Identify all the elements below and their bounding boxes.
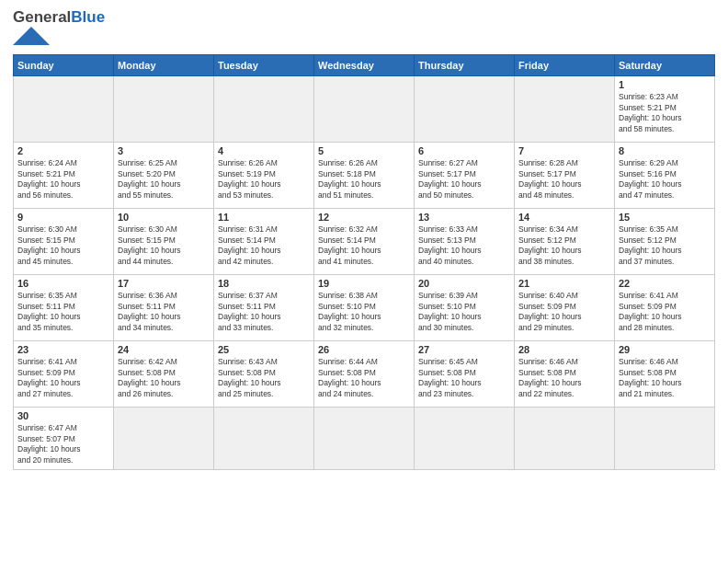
day-number: 9 xyxy=(17,212,109,223)
day-info: Sunrise: 6:31 AM Sunset: 5:14 PM Dayligh… xyxy=(218,224,310,269)
calendar-cell: 12Sunrise: 6:32 AM Sunset: 5:14 PM Dayli… xyxy=(314,208,415,274)
calendar-cell: 14Sunrise: 6:34 AM Sunset: 5:12 PM Dayli… xyxy=(515,208,615,274)
calendar-cell: 16Sunrise: 6:35 AM Sunset: 5:11 PM Dayli… xyxy=(14,274,114,340)
day-header-sunday: Sunday xyxy=(14,54,114,75)
day-number: 16 xyxy=(17,278,109,289)
header-row: SundayMondayTuesdayWednesdayThursdayFrid… xyxy=(14,54,715,75)
day-number: 19 xyxy=(318,278,410,289)
day-info: Sunrise: 6:25 AM Sunset: 5:20 PM Dayligh… xyxy=(118,158,210,202)
calendar-cell: 15Sunrise: 6:35 AM Sunset: 5:12 PM Dayli… xyxy=(615,208,715,274)
day-number: 22 xyxy=(619,278,711,289)
calendar-cell: 29Sunrise: 6:46 AM Sunset: 5:08 PM Dayli… xyxy=(615,340,715,407)
calendar-cell xyxy=(615,407,715,470)
calendar-cell xyxy=(415,75,515,142)
day-number: 3 xyxy=(118,145,210,156)
day-header-monday: Monday xyxy=(114,54,214,75)
day-info: Sunrise: 6:42 AM Sunset: 5:08 PM Dayligh… xyxy=(118,357,210,401)
day-header-tuesday: Tuesday xyxy=(214,54,314,75)
calendar-table: SundayMondayTuesdayWednesdayThursdayFrid… xyxy=(13,54,715,471)
day-number: 1 xyxy=(619,79,711,90)
calendar-cell xyxy=(214,407,314,470)
calendar-cell: 28Sunrise: 6:46 AM Sunset: 5:08 PM Dayli… xyxy=(515,340,615,407)
calendar-cell: 26Sunrise: 6:44 AM Sunset: 5:08 PM Dayli… xyxy=(314,340,415,407)
day-header-friday: Friday xyxy=(515,54,615,75)
calendar-cell xyxy=(114,75,214,142)
calendar-cell: 24Sunrise: 6:42 AM Sunset: 5:08 PM Dayli… xyxy=(114,340,214,407)
calendar-cell: 19Sunrise: 6:38 AM Sunset: 5:10 PM Dayli… xyxy=(314,274,415,340)
calendar-cell: 3Sunrise: 6:25 AM Sunset: 5:20 PM Daylig… xyxy=(114,142,214,208)
day-number: 14 xyxy=(518,212,610,223)
calendar-cell: 11Sunrise: 6:31 AM Sunset: 5:14 PM Dayli… xyxy=(214,208,314,274)
day-info: Sunrise: 6:27 AM Sunset: 5:17 PM Dayligh… xyxy=(418,158,510,202)
header: GeneralBlue xyxy=(13,9,715,49)
calendar-cell xyxy=(214,75,314,142)
calendar-week-4: 16Sunrise: 6:35 AM Sunset: 5:11 PM Dayli… xyxy=(14,274,715,340)
calendar-cell: 8Sunrise: 6:29 AM Sunset: 5:16 PM Daylig… xyxy=(615,142,715,208)
calendar-week-3: 9Sunrise: 6:30 AM Sunset: 5:15 PM Daylig… xyxy=(14,208,715,274)
calendar-cell xyxy=(415,407,515,470)
calendar-cell: 27Sunrise: 6:45 AM Sunset: 5:08 PM Dayli… xyxy=(415,340,515,407)
calendar-cell: 4Sunrise: 6:26 AM Sunset: 5:19 PM Daylig… xyxy=(214,142,314,208)
day-info: Sunrise: 6:32 AM Sunset: 5:14 PM Dayligh… xyxy=(318,224,410,269)
logo-text: GeneralBlue xyxy=(13,9,105,27)
day-number: 23 xyxy=(17,344,109,355)
day-info: Sunrise: 6:46 AM Sunset: 5:08 PM Dayligh… xyxy=(619,357,711,401)
day-info: Sunrise: 6:33 AM Sunset: 5:13 PM Dayligh… xyxy=(418,224,510,269)
day-info: Sunrise: 6:39 AM Sunset: 5:10 PM Dayligh… xyxy=(418,291,510,335)
calendar-cell: 2Sunrise: 6:24 AM Sunset: 5:21 PM Daylig… xyxy=(14,142,114,208)
day-header-saturday: Saturday xyxy=(615,54,715,75)
day-info: Sunrise: 6:36 AM Sunset: 5:11 PM Dayligh… xyxy=(118,291,210,335)
calendar-week-1: 1Sunrise: 6:23 AM Sunset: 5:21 PM Daylig… xyxy=(14,75,715,142)
calendar-cell: 18Sunrise: 6:37 AM Sunset: 5:11 PM Dayli… xyxy=(214,274,314,340)
day-info: Sunrise: 6:43 AM Sunset: 5:08 PM Dayligh… xyxy=(218,357,310,401)
calendar-cell: 20Sunrise: 6:39 AM Sunset: 5:10 PM Dayli… xyxy=(415,274,515,340)
calendar-cell: 7Sunrise: 6:28 AM Sunset: 5:17 PM Daylig… xyxy=(515,142,615,208)
calendar-week-2: 2Sunrise: 6:24 AM Sunset: 5:21 PM Daylig… xyxy=(14,142,715,208)
day-header-wednesday: Wednesday xyxy=(314,54,415,75)
day-info: Sunrise: 6:41 AM Sunset: 5:09 PM Dayligh… xyxy=(17,357,109,401)
day-info: Sunrise: 6:26 AM Sunset: 5:18 PM Dayligh… xyxy=(318,158,410,202)
day-info: Sunrise: 6:40 AM Sunset: 5:09 PM Dayligh… xyxy=(518,291,610,335)
calendar-cell: 23Sunrise: 6:41 AM Sunset: 5:09 PM Dayli… xyxy=(14,340,114,407)
calendar-week-5: 23Sunrise: 6:41 AM Sunset: 5:09 PM Dayli… xyxy=(14,340,715,407)
calendar-cell: 5Sunrise: 6:26 AM Sunset: 5:18 PM Daylig… xyxy=(314,142,415,208)
calendar-cell xyxy=(515,407,615,470)
day-info: Sunrise: 6:35 AM Sunset: 5:11 PM Dayligh… xyxy=(17,291,109,335)
logo-icon xyxy=(13,27,50,45)
calendar-cell: 6Sunrise: 6:27 AM Sunset: 5:17 PM Daylig… xyxy=(415,142,515,208)
calendar-cell: 1Sunrise: 6:23 AM Sunset: 5:21 PM Daylig… xyxy=(615,75,715,142)
day-number: 17 xyxy=(118,278,210,289)
day-info: Sunrise: 6:37 AM Sunset: 5:11 PM Dayligh… xyxy=(218,291,310,335)
day-number: 26 xyxy=(318,344,410,355)
calendar-cell: 21Sunrise: 6:40 AM Sunset: 5:09 PM Dayli… xyxy=(515,274,615,340)
calendar-cell: 13Sunrise: 6:33 AM Sunset: 5:13 PM Dayli… xyxy=(415,208,515,274)
svg-marker-0 xyxy=(13,27,50,45)
day-number: 10 xyxy=(118,212,210,223)
calendar-page: GeneralBlue SundayMondayTuesdayWednesday… xyxy=(0,0,728,563)
day-number: 6 xyxy=(418,145,510,156)
day-number: 20 xyxy=(418,278,510,289)
calendar-cell xyxy=(14,75,114,142)
day-number: 8 xyxy=(619,145,711,156)
calendar-cell: 30Sunrise: 6:47 AM Sunset: 5:07 PM Dayli… xyxy=(14,407,114,470)
day-info: Sunrise: 6:26 AM Sunset: 5:19 PM Dayligh… xyxy=(218,158,310,202)
day-info: Sunrise: 6:29 AM Sunset: 5:16 PM Dayligh… xyxy=(619,158,711,202)
day-number: 2 xyxy=(17,145,109,156)
day-info: Sunrise: 6:30 AM Sunset: 5:15 PM Dayligh… xyxy=(17,224,109,269)
calendar-cell xyxy=(114,407,214,470)
calendar-cell: 25Sunrise: 6:43 AM Sunset: 5:08 PM Dayli… xyxy=(214,340,314,407)
day-info: Sunrise: 6:24 AM Sunset: 5:21 PM Dayligh… xyxy=(17,158,109,202)
day-number: 24 xyxy=(118,344,210,355)
calendar-cell: 10Sunrise: 6:30 AM Sunset: 5:15 PM Dayli… xyxy=(114,208,214,274)
logo: GeneralBlue xyxy=(13,9,105,49)
calendar-cell xyxy=(515,75,615,142)
day-number: 21 xyxy=(518,278,610,289)
calendar-cell xyxy=(314,407,415,470)
day-info: Sunrise: 6:34 AM Sunset: 5:12 PM Dayligh… xyxy=(518,224,610,269)
day-header-thursday: Thursday xyxy=(415,54,515,75)
day-info: Sunrise: 6:45 AM Sunset: 5:08 PM Dayligh… xyxy=(418,357,510,401)
day-info: Sunrise: 6:35 AM Sunset: 5:12 PM Dayligh… xyxy=(619,224,711,269)
calendar-cell: 22Sunrise: 6:41 AM Sunset: 5:09 PM Dayli… xyxy=(615,274,715,340)
calendar-cell xyxy=(314,75,415,142)
calendar-cell: 9Sunrise: 6:30 AM Sunset: 5:15 PM Daylig… xyxy=(14,208,114,274)
